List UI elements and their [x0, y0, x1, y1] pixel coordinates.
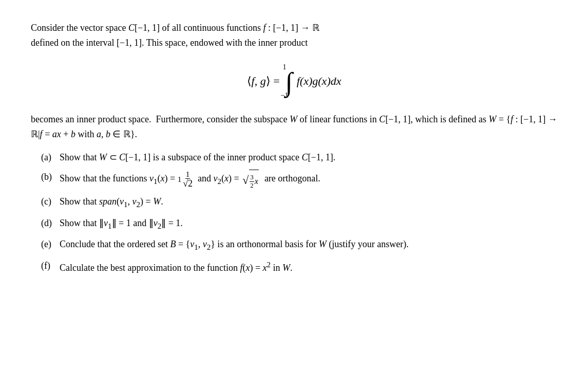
- problem-b-content: Show that the functions v1(x) = 1 1 √2 a…: [60, 170, 557, 189]
- problem-c-label: (c): [41, 194, 55, 209]
- body-text-content: becomes an inner product space. Furtherm…: [31, 114, 557, 139]
- intro-text-1: Consider the vector space C[−1, 1] of al…: [31, 23, 319, 33]
- integral-symbol-wrapper: 1 −1 ∫: [281, 61, 293, 102]
- problem-a: (a) Show that W ⊂ C[−1, 1] is a subspace…: [41, 150, 557, 165]
- problem-f-content: Calculate the best approximation to the …: [60, 258, 557, 275]
- body-paragraph: becomes an inner product space. Furtherm…: [31, 112, 557, 142]
- problem-d: (d) Show that ‖v1‖ = 1 and ‖v2‖ = 1.: [41, 216, 557, 232]
- integrand: f(x)g(x)dx: [297, 71, 342, 91]
- problems-list: (a) Show that W ⊂ C[−1, 1] is a subspace…: [41, 150, 557, 275]
- problem-f-label: (f): [41, 258, 55, 273]
- problem-b-label: (b): [41, 170, 55, 184]
- problem-a-content: Show that W ⊂ C[−1, 1] is a subspace of …: [60, 150, 557, 165]
- problem-a-label: (a): [41, 150, 55, 165]
- formula-lhs: ⟨f, g⟩ =: [247, 71, 280, 91]
- problem-d-content: Show that ‖v1‖ = 1 and ‖v2‖ = 1.: [60, 216, 557, 232]
- problem-b: (b) Show that the functions v1(x) = 1 1 …: [41, 170, 557, 189]
- inner-product-formula: ⟨f, g⟩ = 1 −1 ∫ f(x)g(x)dx: [31, 61, 557, 102]
- integral-sign: ∫: [285, 69, 292, 96]
- problem-e-label: (e): [41, 237, 55, 252]
- page-content: Consider the vector space C[−1, 1] of al…: [0, 0, 588, 301]
- problem-e-content: Conclude that the ordered set B = {v1, v…: [60, 237, 557, 253]
- problem-c-content: Show that span(v1, v2) = W.: [60, 194, 557, 211]
- intro-paragraph: Consider the vector space C[−1, 1] of al…: [31, 21, 557, 50]
- problem-d-label: (d): [41, 216, 55, 231]
- problem-e: (e) Conclude that the ordered set B = {v…: [41, 237, 557, 253]
- problem-f: (f) Calculate the best approximation to …: [41, 258, 557, 275]
- problem-c: (c) Show that span(v1, v2) = W.: [41, 194, 557, 211]
- intro-text-2: defined on the interval [−1, 1]. This sp…: [31, 38, 308, 48]
